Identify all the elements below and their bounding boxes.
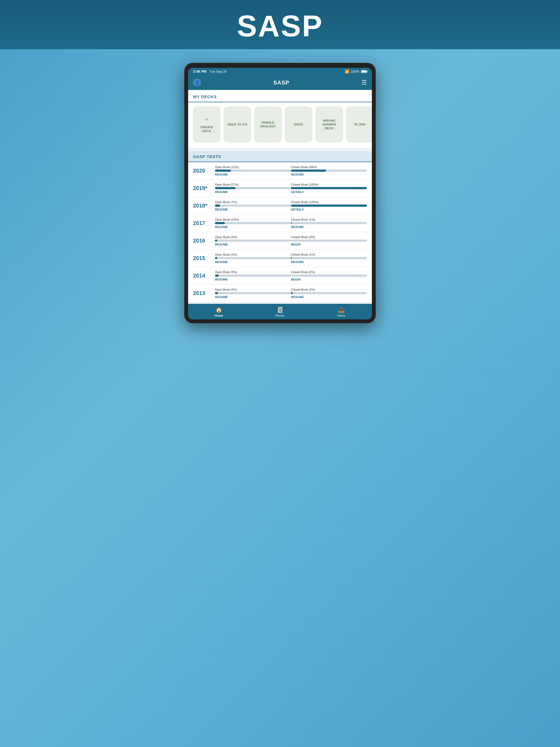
open-book-action-4[interactable]: RESUME (215, 243, 291, 246)
deck-card-create-deck[interactable]: +CREATE DECK (193, 107, 221, 142)
open-book-label-2: Open Book (7%) (215, 200, 291, 204)
open-book-action-1[interactable]: RESUME (215, 190, 291, 194)
sasp-tests-section: SASP TESTS 2020Open Book (21%)RESUMEClos… (188, 151, 372, 302)
open-book-label-1: Open Book (27%) (215, 183, 291, 186)
nav-label-inbox: Inbox (337, 314, 345, 317)
open-book-progress-2 (215, 205, 291, 207)
open-book-progress-0 (215, 170, 291, 172)
open-book-fill-3 (215, 222, 225, 224)
test-year-7: 2013 (193, 290, 215, 297)
closed-book-action-2[interactable]: DETAILS (291, 208, 367, 211)
closed-book-fill-2 (291, 205, 367, 207)
nav-icon-decks: 🃏 (277, 307, 284, 313)
closed-book-7: Closed Book (2%)RESUME (291, 288, 367, 299)
wifi-icon: 📶 (345, 70, 349, 74)
closed-book-label-1: Closed Book (100%) (291, 183, 367, 186)
closed-book-label-6: Closed Book (0%) (291, 271, 367, 274)
nav-icon-home: 🏠 (215, 307, 222, 313)
test-row-2016: 2016Open Book (3%)RESUMEClosed Book (0%)… (188, 232, 372, 250)
nav-item-decks[interactable]: 🃏Decks (249, 307, 311, 317)
deck-card-female-urology[interactable]: FEMALE UROLOGY (254, 107, 282, 142)
test-year-4: 2016 (193, 238, 215, 244)
app-header-title: SASP (274, 80, 289, 86)
closed-book-action-6[interactable]: BEGIN (291, 278, 367, 281)
test-year-0: 2020 (193, 168, 215, 174)
battery-percent: 100% (351, 70, 359, 74)
closed-book-label-0: Closed Book (46%) (291, 165, 367, 169)
device-wrapper: 3:46 PM Tue Sep 29 📶 100% 👤 SASP ☰ (184, 63, 376, 323)
closed-book-action-7[interactable]: RESUME (291, 295, 367, 299)
status-bar: 3:46 PM Tue Sep 29 📶 100% (188, 68, 372, 75)
open-book-progress-7 (215, 292, 291, 294)
closed-book-fill-7 (291, 292, 292, 294)
deck-card-endo[interactable]: ENDO (285, 107, 312, 142)
open-book-5: Open Book (3%)RESUME (215, 253, 291, 264)
deck-card-need-to-fix[interactable]: NEED TO FIX (224, 107, 251, 142)
open-book-action-3[interactable]: RESUME (215, 225, 291, 229)
open-book-fill-7 (215, 292, 218, 294)
open-book-action-2[interactable]: RESUME (215, 208, 291, 211)
user-avatar[interactable]: 👤 (193, 78, 201, 87)
closed-book-label-7: Closed Book (2%) (291, 288, 367, 291)
bottom-nav: 🏠Home🃏Decks📥Inbox (188, 304, 372, 319)
create-deck-plus-icon: + (205, 116, 209, 123)
closed-book-action-4[interactable]: BEGIN (291, 243, 367, 246)
closed-book-action-3[interactable]: RESUME (291, 225, 367, 229)
closed-book-label-4: Closed Book (0%) (291, 235, 367, 239)
menu-icon[interactable]: ☰ (361, 79, 367, 86)
open-book-action-6[interactable]: RESUME (215, 278, 291, 281)
open-book-6: Open Book (5%)RESUME (215, 271, 291, 281)
nav-item-home[interactable]: 🏠Home (188, 307, 249, 317)
closed-book-3: Closed Book (1%)RESUME (291, 218, 367, 229)
test-row-2014: 2014Open Book (5%)RESUMEClosed Book (0%)… (188, 267, 372, 285)
closed-book-progress-6 (291, 275, 367, 277)
closed-book-label-5: Closed Book (1%) (291, 253, 367, 256)
deck-card-wrong-answer-deck[interactable]: WRONG ANSWER DECK (315, 107, 343, 142)
deck-card-label-endo: ENDO (294, 123, 303, 126)
open-book-fill-6 (215, 275, 219, 277)
nav-label-home: Home (215, 314, 223, 317)
closed-book-label-2: Closed Book (100%) (291, 200, 367, 204)
test-books-0: Open Book (21%)RESUMEClosed Book (46%)RE… (215, 165, 367, 176)
test-books-2: Open Book (7%)RESUMEClosed Book (100%)DE… (215, 200, 367, 211)
open-book-action-5[interactable]: RESUME (215, 260, 291, 264)
tests-container: 2020Open Book (21%)RESUMEClosed Book (46… (188, 162, 372, 302)
test-row-2019: 2019*Open Book (27%)RESUMEClosed Book (1… (188, 180, 372, 197)
closed-book-action-0[interactable]: RESUME (291, 173, 367, 176)
test-year-6: 2014 (193, 273, 215, 279)
closed-book-progress-7 (291, 292, 367, 294)
closed-book-fill-3 (291, 222, 292, 224)
battery-fill (361, 71, 366, 73)
closed-book-1: Closed Book (100%)DETAILS (291, 183, 367, 194)
open-book-fill-2 (215, 205, 220, 207)
user-icon-symbol: 👤 (194, 80, 200, 85)
open-book-progress-3 (215, 222, 291, 224)
open-book-fill-0 (215, 170, 231, 172)
app-header: 👤 SASP ☰ (188, 75, 372, 90)
closed-book-label-3: Closed Book (1%) (291, 218, 367, 221)
screen-content[interactable]: MY DECKS +CREATE DECKNEED TO FIXFEMALE U… (188, 90, 372, 304)
test-books-1: Open Book (27%)RESUMEClosed Book (100%)D… (215, 183, 367, 194)
battery-icon (361, 70, 367, 73)
open-book-action-0[interactable]: RESUME (215, 173, 291, 176)
closed-book-action-1[interactable]: DETAILS (291, 190, 367, 194)
closed-book-progress-1 (291, 187, 367, 189)
open-book-progress-1 (215, 187, 291, 189)
closed-book-action-5[interactable]: RESUME (291, 260, 367, 264)
closed-book-2: Closed Book (100%)DETAILS (291, 200, 367, 211)
test-books-5: Open Book (3%)RESUMEClosed Book (1%)RESU… (215, 253, 367, 264)
nav-item-inbox[interactable]: 📥Inbox (311, 307, 372, 317)
open-book-0: Open Book (21%)RESUME (215, 165, 291, 176)
test-year-3: 2017 (193, 220, 215, 226)
test-year-2: 2018* (193, 203, 215, 209)
closed-book-6: Closed Book (0%)BEGIN (291, 271, 367, 281)
open-book-label-4: Open Book (3%) (215, 235, 291, 239)
decks-scroll[interactable]: +CREATE DECKNEED TO FIXFEMALE UROLOGYEND… (188, 102, 372, 148)
closed-book-progress-0 (291, 170, 367, 172)
open-book-progress-5 (215, 257, 291, 259)
open-book-label-6: Open Book (5%) (215, 271, 291, 274)
deck-card-te-sha[interactable]: TE SHA (346, 107, 372, 142)
test-row-2015: 2015Open Book (3%)RESUMEClosed Book (1%)… (188, 250, 372, 267)
open-book-action-7[interactable]: RESUME (215, 295, 291, 299)
open-book-label-0: Open Book (21%) (215, 165, 291, 169)
